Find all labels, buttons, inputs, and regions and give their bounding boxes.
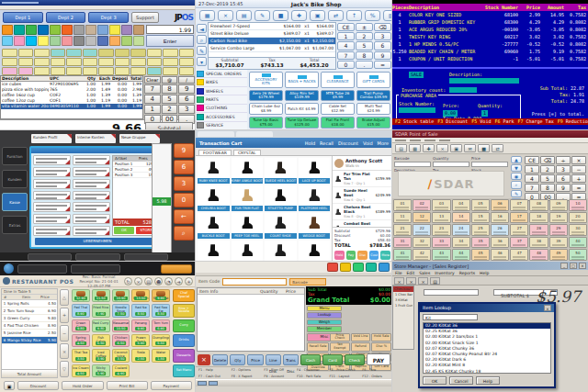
dialog-close-button[interactable]: ×	[544, 305, 551, 311]
function-key[interactable]: F2 Stock table	[395, 118, 434, 125]
toolbar-button[interactable]: ✎	[254, 10, 270, 21]
toolbar-button[interactable]: ▦	[409, 144, 421, 152]
numpad-key[interactable]: 4	[525, 174, 539, 183]
action-button[interactable]: Pay	[346, 251, 356, 260]
edit-action-button[interactable]: Price	[247, 354, 263, 365]
numpad-key[interactable]: ×	[571, 156, 586, 164]
quick-item-button[interactable]	[121, 36, 132, 46]
item-button[interactable]: 24	[452, 224, 470, 236]
numpad-key[interactable]: 9	[556, 184, 571, 192]
toolbar-icon-button[interactable]: ↻	[124, 277, 132, 286]
tender-button[interactable]: Cash	[300, 354, 321, 365]
cart-item[interactable]: Chelsea Boot BlackSize 8 · Qty 1 $189.99	[333, 204, 392, 220]
item-button[interactable]: 13	[432, 212, 450, 224]
category-button[interactable]: Drinks	[173, 334, 195, 347]
numpad-key[interactable]: 5	[540, 174, 555, 183]
toolbar-button[interactable]: ■	[478, 144, 490, 152]
top-icon-button[interactable]	[379, 263, 390, 272]
menu-item-button[interactable]: Rad Na 8.50	[131, 304, 150, 317]
product-tile[interactable]: KIRBY ANKLE BOOT	[232, 158, 264, 184]
toolbar-button[interactable]: ⇄	[328, 10, 344, 21]
item-button[interactable]: 16	[491, 212, 509, 224]
function-button[interactable]: Void Line	[351, 333, 371, 342]
product-button[interactable]: CLEARANCE	[321, 72, 355, 88]
product-tile[interactable]: SUEDE HEEL BOOT	[265, 158, 297, 184]
plu-button[interactable]	[66, 67, 82, 75]
numpad-key[interactable]: 1	[144, 105, 161, 114]
remove-button[interactable]: ×	[60, 343, 69, 360]
at-button[interactable]: @	[162, 76, 178, 84]
dialog-button[interactable]: OK	[423, 376, 447, 385]
plu-button[interactable]	[2, 49, 17, 57]
plu-button[interactable]	[179, 49, 195, 57]
product-tile[interactable]: WEDGE BOOT	[299, 213, 331, 239]
numpad-key[interactable]: 7	[337, 51, 355, 60]
numpad-key[interactable]: 6	[374, 41, 391, 50]
header-menu-item[interactable]: Recall	[320, 140, 334, 146]
side-icon-button[interactable]: ▲	[511, 156, 522, 163]
toolbar-icon-button[interactable]: ☻	[154, 277, 163, 286]
category-button[interactable]: Curry	[173, 319, 195, 332]
numpad-key[interactable]: CE	[525, 156, 539, 164]
quick-item-button[interactable]	[26, 36, 37, 46]
product-button[interactable]: MTB Tube 26 $9.99	[321, 90, 355, 102]
product-button[interactable]: Multi Tool $24.99	[356, 103, 390, 115]
quick-item-button[interactable]	[85, 36, 96, 46]
item-button[interactable]: 47	[510, 249, 528, 261]
menu-item-button[interactable]: Red Curry 9.80	[92, 319, 110, 332]
quick-item-button[interactable]	[50, 25, 61, 35]
entry-field[interactable]	[424, 289, 479, 296]
numpad-key[interactable]: 1	[525, 165, 539, 174]
menu-item[interactable]: Inventory	[435, 270, 455, 275]
plu-button[interactable]	[51, 67, 66, 75]
function-button[interactable]: Disc %	[371, 342, 391, 352]
toolbar-button[interactable]: ▦	[199, 10, 215, 21]
plu-button[interactable]	[163, 49, 178, 57]
function-button[interactable]: Tax Exempt	[330, 342, 350, 352]
product-tile[interactable]: PEEP TOE HEEL	[232, 213, 264, 239]
top-icon-button[interactable]	[327, 263, 338, 272]
numpad-key[interactable]: 2	[162, 105, 178, 114]
tariff-tile[interactable]	[33, 167, 71, 177]
header-menu-item[interactable]: Discount	[338, 140, 358, 146]
item-button[interactable]: 15	[471, 212, 490, 224]
order-row[interactable]: 4Pad Thai Chicken8.90	[2, 322, 57, 330]
key-button[interactable]: 3	[174, 176, 194, 191]
dialog-search-input[interactable]: Kit	[423, 314, 478, 320]
item-button[interactable]: 26	[491, 224, 509, 236]
menu-item-button[interactable]: Crispy Pork 11.50	[92, 289, 110, 302]
quick-item-button[interactable]	[97, 25, 108, 35]
plu-button[interactable]	[163, 58, 178, 66]
side-icon-button[interactable]: ▾	[197, 57, 207, 66]
item-button[interactable]: 25	[471, 224, 490, 236]
item-button[interactable]: 23	[432, 224, 450, 236]
category-tab[interactable]: FOOTWEAR	[198, 150, 232, 155]
function-key[interactable]: F9 - Account	[261, 374, 294, 380]
clear-button[interactable]: Clear	[144, 76, 161, 84]
bottom-button[interactable]	[75, 253, 119, 261]
product-button[interactable]: Alloy Rim Set $149.99	[285, 90, 319, 102]
numpad-key[interactable]: 5	[162, 95, 178, 104]
menu-item[interactable]: Edit	[407, 270, 415, 275]
product-tile[interactable]: COMBAT BOOT	[299, 241, 331, 262]
header-menu-item[interactable]: More	[378, 140, 389, 146]
plu-button[interactable]	[130, 67, 146, 75]
quick-item-button[interactable]	[62, 36, 73, 46]
confirm-button[interactable]: OK	[114, 227, 134, 234]
function-button-colored[interactable]: Weigh	[307, 319, 342, 325]
plu-button[interactable]	[83, 67, 98, 75]
quick-item-button[interactable]	[14, 36, 25, 46]
category-item[interactable]: SERVICE	[196, 122, 247, 130]
department-tab[interactable]: Dept 2	[46, 12, 86, 23]
amount-entry-field[interactable]: 1.99	[146, 25, 194, 34]
side-icon-button[interactable]: ⌕	[511, 181, 522, 189]
action-button[interactable]: Hold	[334, 251, 345, 260]
item-button[interactable]: 32	[413, 237, 431, 249]
quick-item-button[interactable]	[133, 25, 144, 35]
bottom-button[interactable]	[124, 253, 168, 261]
menu-item-button[interactable]: Fried Fish 13.50	[131, 289, 150, 302]
product-button[interactable]: GIFT CARDS	[356, 72, 390, 88]
menu-item-button[interactable]: Coconut Juice 3.50	[112, 349, 130, 362]
side-icon-button[interactable]: ⌕	[197, 35, 207, 44]
product-button[interactable]: Tune Up Deluxe $125.00	[285, 117, 319, 129]
